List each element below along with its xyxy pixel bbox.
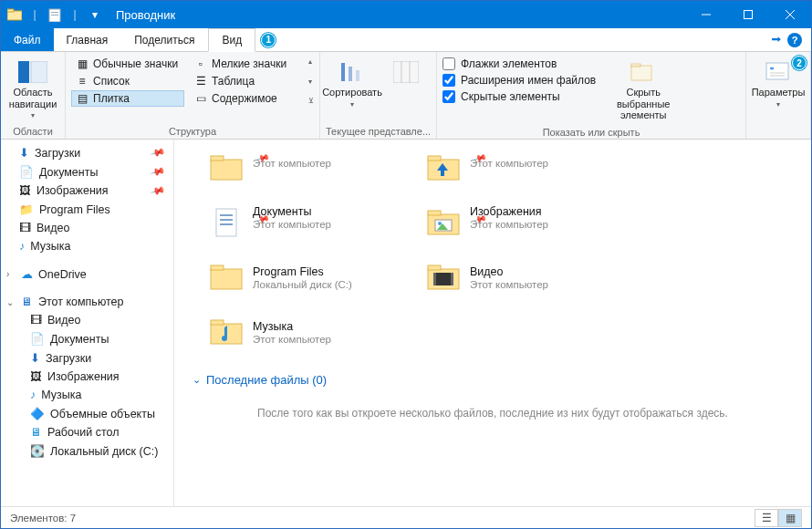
sidebar-item-program-files[interactable]: 📁Program Files xyxy=(1,200,173,219)
tile-item[interactable]: Этот компьютер📌 xyxy=(422,143,629,192)
folder-icon: 📁 xyxy=(19,202,34,216)
maximize-button[interactable] xyxy=(727,1,769,28)
layout-small-icons[interactable]: ▫Мелкие значки xyxy=(190,56,303,72)
group-current-label: Текущее представле... xyxy=(326,124,431,137)
layout-regular-icons[interactable]: ▦Обычные значки xyxy=(71,56,184,72)
callout-2: 2 xyxy=(792,56,807,70)
close-button[interactable] xyxy=(769,1,811,28)
sidebar-sub-3d[interactable]: 🔷Объемные объекты xyxy=(1,404,173,423)
content-pane[interactable]: Этот компьютер📌 Этот компьютер📌 Документ… xyxy=(174,140,811,506)
sidebar-sub-music[interactable]: ♪Музыка xyxy=(1,386,173,404)
navigation-pane-button[interactable]: Область навигации ▾ xyxy=(6,56,59,123)
pictures-icon: 🖼 xyxy=(19,184,31,197)
sidebar-sub-documents[interactable]: 📄Документы xyxy=(1,329,173,348)
svg-rect-33 xyxy=(220,223,233,225)
checkbox-item-check-boxes[interactable]: Флажки элементов xyxy=(442,57,596,70)
tile-item[interactable]: Этот компьютер📌 xyxy=(205,143,411,192)
options-icon xyxy=(764,59,793,85)
sidebar-sub-pictures[interactable]: 🖼Изображения xyxy=(1,368,173,386)
videos-folder-icon xyxy=(426,258,463,296)
tab-home[interactable]: Главная xyxy=(54,28,122,51)
layout-list[interactable]: ≡Список xyxy=(71,73,184,89)
documents-icon: 📄 xyxy=(30,332,45,346)
content-icon: ▭ xyxy=(193,91,208,106)
documents-folder-icon xyxy=(209,203,245,242)
columns-button[interactable] xyxy=(384,56,428,88)
svg-rect-45 xyxy=(451,273,453,285)
chevron-down-icon: ▾ xyxy=(350,100,354,109)
statusbar: Элементов: 7 ☰ ▦ xyxy=(1,506,811,528)
tab-share[interactable]: Поделиться xyxy=(121,28,208,51)
sidebar-sub-desktop[interactable]: 🖥Рабочий стол xyxy=(1,423,173,441)
hide-selected-button[interactable]: Скрыть выбранные элементы xyxy=(601,56,685,125)
hide-icon xyxy=(629,59,658,85)
layout-expand-icon[interactable]: ⊻ xyxy=(308,97,314,105)
tile-music[interactable]: МузыкаЭтот компьютер xyxy=(205,307,411,357)
qat-dropdown-icon[interactable]: ▾ xyxy=(87,6,103,23)
ribbon-group-options: Параметры ▾ 2 xyxy=(746,52,811,139)
chevron-down-icon: ⌄ xyxy=(6,297,16,307)
new-folder-icon[interactable] xyxy=(47,6,63,23)
videos-icon: 🎞 xyxy=(30,314,42,327)
svg-rect-6 xyxy=(744,11,753,19)
sidebar-item-videos[interactable]: 🎞Видео xyxy=(1,219,173,237)
sidebar-sub-videos[interactable]: 🎞Видео xyxy=(1,311,173,329)
tab-file[interactable]: Файл xyxy=(1,28,54,51)
svg-rect-32 xyxy=(220,219,233,221)
sidebar-item-pictures[interactable]: 🖼Изображения📌 xyxy=(1,182,173,200)
sort-button[interactable]: Сортировать ▾ xyxy=(326,56,379,112)
nav-pane-icon xyxy=(18,59,47,85)
help-icon[interactable]: ? xyxy=(787,33,802,47)
layout-scroll-up-icon[interactable]: ▴ xyxy=(308,57,314,66)
svg-rect-42 xyxy=(428,265,441,270)
tile-program-files[interactable]: Program FilesЛокальный диск (C:) xyxy=(205,253,411,302)
pin-icon: 📌 xyxy=(150,163,167,180)
svg-rect-17 xyxy=(631,66,651,80)
svg-rect-12 xyxy=(349,67,352,81)
navigation-sidebar[interactable]: ⬇Загрузки📌 📄Документы📌 🖼Изображения📌 📁Pr… xyxy=(1,140,174,506)
group-panes-label: Области xyxy=(6,124,59,137)
tile-pictures[interactable]: ИзображенияЭтот компьютер📌 xyxy=(422,198,629,247)
recent-files-header[interactable]: ⌄ Последние файлы (0) xyxy=(174,357,811,396)
sidebar-item-music[interactable]: ♪Музыка xyxy=(1,237,173,255)
chevron-down-icon: ⌄ xyxy=(193,374,201,386)
layout-scroll-down-icon[interactable]: ▾ xyxy=(308,78,314,86)
sidebar-item-this-pc[interactable]: ⌄🖥Этот компьютер xyxy=(1,293,173,311)
documents-icon: 📄 xyxy=(19,165,34,179)
view-details-button[interactable]: ☰ xyxy=(755,509,778,527)
svg-rect-14 xyxy=(393,61,419,83)
pictures-icon: 🖼 xyxy=(30,370,42,383)
pin-icon: 📌 xyxy=(150,182,167,199)
sidebar-item-onedrive[interactable]: ›☁OneDrive xyxy=(1,264,173,284)
svg-rect-3 xyxy=(51,12,58,13)
group-showhide-label: Показать или скрыть xyxy=(442,125,740,138)
checkbox-hidden-items[interactable]: Скрытые элементы xyxy=(442,90,596,103)
sidebar-sub-local-disk-c[interactable]: 💽Локальный диск (C:) xyxy=(1,441,173,461)
tab-view[interactable]: Вид xyxy=(208,28,255,52)
svg-rect-30 xyxy=(216,209,236,236)
svg-rect-35 xyxy=(428,211,441,215)
svg-rect-24 xyxy=(211,160,242,180)
sidebar-item-downloads[interactable]: ⬇Загрузки📌 xyxy=(1,143,173,162)
pc-icon: 🖥 xyxy=(21,296,33,308)
music-icon: ♪ xyxy=(30,389,36,401)
downloads-folder-icon xyxy=(426,149,463,187)
pin-ribbon-icon[interactable]: ⮕ xyxy=(771,34,782,47)
ribbon-tabs: Файл Главная Поделиться Вид 1 ⮕ ? xyxy=(1,28,811,52)
view-large-icons-button[interactable]: ▦ xyxy=(778,509,802,527)
sidebar-sub-downloads[interactable]: ⬇Загрузки xyxy=(1,348,173,368)
folder-icon xyxy=(209,258,245,296)
svg-rect-39 xyxy=(211,269,242,289)
item-count: Элементов: 7 xyxy=(10,513,76,524)
tile-documents[interactable]: ДокументыЭтот компьютер📌 xyxy=(205,198,411,247)
layout-table[interactable]: ☰Таблица xyxy=(190,73,303,89)
layout-tiles[interactable]: ▤Плитка xyxy=(71,90,184,107)
ribbon: Область навигации ▾ Области ▦Обычные зна… xyxy=(1,52,811,140)
layout-content[interactable]: ▭Содержимое xyxy=(190,90,303,107)
svg-rect-29 xyxy=(441,171,444,176)
svg-rect-40 xyxy=(211,265,224,270)
minimize-button[interactable] xyxy=(685,1,727,28)
sidebar-item-documents[interactable]: 📄Документы📌 xyxy=(1,162,173,182)
checkbox-filename-extensions[interactable]: Расширения имен файлов xyxy=(442,74,596,87)
tile-videos[interactable]: ВидеоЭтот компьютер xyxy=(422,253,629,302)
